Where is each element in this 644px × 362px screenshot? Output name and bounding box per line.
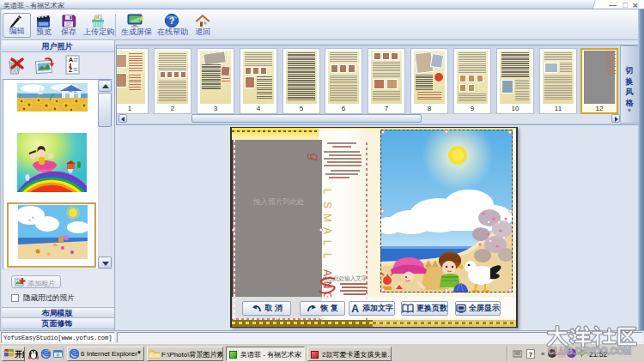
svg-text:7: 7	[529, 351, 533, 359]
svg-text:A: A	[351, 304, 359, 313]
svg-text:A: A	[69, 57, 73, 63]
svg-text:A-Z: A-Z	[69, 88, 77, 94]
svg-text:?: ?	[169, 15, 175, 26]
